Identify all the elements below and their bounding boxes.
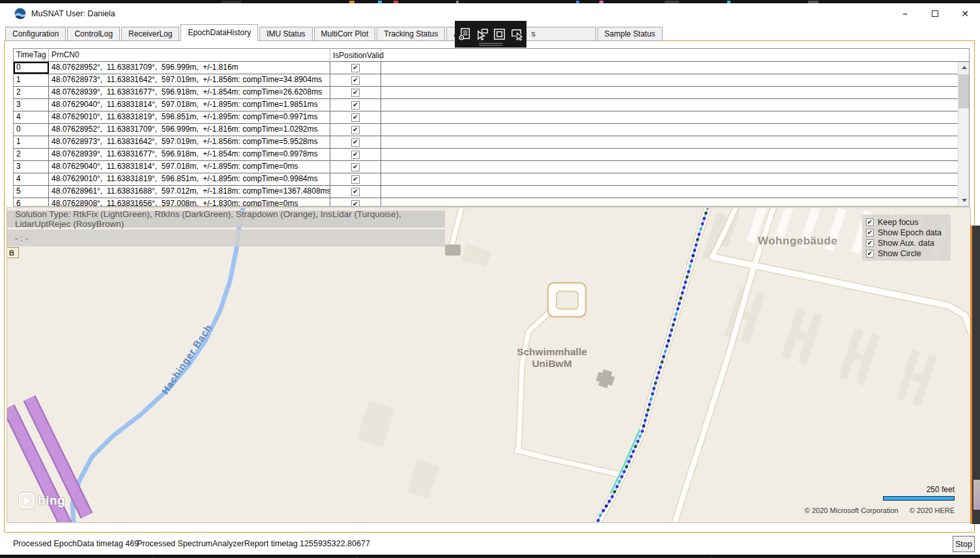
column-header-prncn0[interactable]: PrnCN0	[49, 49, 330, 61]
cell-timetag[interactable]: 1	[14, 136, 49, 148]
cell-ispositionvalid[interactable]: ✔	[330, 111, 381, 123]
cell-prncn0[interactable]: 48.07628939°, 11.63831677°, 596.918m, +/…	[49, 87, 330, 98]
epoch-track-dot	[616, 485, 619, 488]
pointer-tooltip-icon[interactable]	[475, 27, 489, 41]
checkbox-checked-icon[interactable]: ✔	[866, 218, 874, 226]
cell-prncn0[interactable]: 48.07629010°, 11.63831819°, 596.851m, +/…	[49, 111, 330, 123]
epoch-track-dot	[656, 376, 659, 379]
scroll-up-arrow-icon[interactable]	[958, 62, 970, 73]
scale-bar	[883, 496, 955, 501]
cell-ispositionvalid[interactable]: ✔	[330, 87, 381, 98]
tab-multicorr-plot[interactable]: MultiCorr Plot	[314, 27, 376, 41]
cell-ispositionvalid[interactable]: ✔	[330, 74, 381, 86]
checkbox-checked-icon[interactable]: ✔	[351, 200, 360, 207]
tab-imu-status[interactable]: IMU Status	[259, 27, 312, 41]
cell-ispositionvalid[interactable]: ✔	[330, 99, 381, 111]
checkbox-checked-icon[interactable]: ✔	[351, 113, 360, 122]
map-status-bar: - : -	[7, 229, 445, 246]
epoch-track-dot	[620, 475, 624, 478]
checkbox-checked-icon[interactable]: ✔	[866, 250, 874, 257]
tab-tracking-status[interactable]: Tracking Status	[377, 27, 445, 41]
cell-timetag[interactable]: 4	[14, 173, 49, 185]
close-button[interactable]: ✕	[950, 3, 980, 23]
scrollbar-thumb[interactable]	[958, 74, 970, 108]
tab-configuration[interactable]: Configuration	[5, 27, 66, 41]
map-option-show-aux-data[interactable]: ✔Show Aux. data	[866, 238, 947, 248]
checkbox-checked-icon[interactable]: ✔	[866, 239, 874, 247]
stop-button[interactable]: Stop	[953, 536, 975, 552]
map-svg: Wohngebäude Schwimmhalle UniBwM Hachinge…	[7, 208, 970, 522]
cell-ispositionvalid[interactable]: ✔	[330, 62, 381, 74]
cell-prncn0[interactable]: 48.07629040°, 11.63831814°, 597.018m, +/…	[49, 99, 330, 111]
cell-timetag[interactable]: 2	[14, 87, 49, 98]
cell-prncn0[interactable]: 48.07628952°, 11.63831709°, 596.999m, +/…	[49, 62, 330, 74]
minimize-button[interactable]: –	[890, 3, 920, 23]
epoch-track-dot	[684, 281, 687, 284]
cell-timetag[interactable]: 5	[14, 186, 49, 198]
cell-prncn0[interactable]: 48.07629040°, 11.63831814°, 597.018m, +/…	[49, 161, 330, 173]
cell-timetag[interactable]: 3	[14, 161, 49, 173]
table-row: 448.07629010°, 11.63831819°, 596.851m, +…	[14, 111, 969, 124]
cell-ispositionvalid[interactable]: ✔	[330, 149, 381, 160]
cell-ispositionvalid[interactable]: ✔	[330, 173, 381, 185]
epoch-track-dot	[608, 500, 611, 503]
table-scrollbar[interactable]	[958, 62, 969, 206]
cell-timetag[interactable]: 0	[14, 124, 49, 136]
checkbox-checked-icon[interactable]: ✔	[351, 175, 360, 184]
checkbox-checked-icon[interactable]: ✔	[351, 76, 360, 85]
cell-prncn0[interactable]: 48.07628908°, 11.63831656°, 597.008m, +/…	[49, 198, 330, 207]
toolbar-drag-handle[interactable]	[479, 43, 502, 46]
cell-timetag[interactable]: 3	[14, 99, 49, 111]
tab-controllog[interactable]: ControlLog	[67, 27, 120, 41]
cell-ispositionvalid[interactable]: ✔	[330, 161, 381, 173]
checkbox-checked-icon[interactable]: ✔	[866, 229, 874, 237]
scroll-down-arrow-icon[interactable]	[958, 195, 970, 206]
cell-timetag[interactable]: 0	[14, 62, 49, 74]
checkbox-checked-icon[interactable]: ✔	[351, 89, 360, 97]
checkbox-checked-icon[interactable]: ✔	[351, 126, 360, 134]
cell-ispositionvalid[interactable]: ✔	[330, 124, 381, 136]
cell-prncn0[interactable]: 48.07628961°, 11.63831688°, 597.012m, +/…	[49, 186, 330, 198]
epoch-track-dot	[642, 424, 646, 428]
cell-ispositionvalid[interactable]: ✔	[330, 186, 381, 198]
bing-logo[interactable]: bing	[19, 493, 65, 508]
epoch-track-dot	[674, 313, 678, 316]
epoch-track-dot	[667, 339, 670, 342]
checkbox-checked-icon[interactable]: ✔	[351, 101, 360, 110]
column-header-ispositionvalid[interactable]: IsPositionValid	[330, 49, 381, 61]
maximize-button[interactable]	[920, 3, 950, 23]
checkbox-checked-icon[interactable]: ✔	[351, 64, 360, 72]
cell-prncn0[interactable]: 48.07628973°, 11.63831642°, 597.019m, +/…	[49, 136, 330, 148]
checkbox-checked-icon[interactable]: ✔	[351, 163, 360, 171]
tab-receiverlog[interactable]: ReceiverLog	[121, 27, 179, 41]
cell-timetag[interactable]: 1	[14, 74, 49, 86]
frame-select-icon[interactable]	[493, 27, 506, 41]
map-option-label: Keep focus	[878, 218, 919, 227]
checkbox-checked-icon[interactable]: ✔	[351, 188, 360, 196]
map-view[interactable]: Wohngebäude Schwimmhalle UniBwM Hachinge…	[7, 207, 971, 523]
cell-timetag[interactable]: 4	[14, 111, 49, 123]
epoch-list-settings-icon[interactable]	[458, 27, 472, 41]
tab-covered-by-toolbar[interactable]: s	[525, 27, 596, 41]
cell-timetag[interactable]: 2	[14, 149, 49, 160]
map-option-show-epoch-data[interactable]: ✔Show Epoch data	[866, 228, 947, 237]
cell-ispositionvalid[interactable]: ✔	[330, 136, 381, 148]
map-option-keep-focus[interactable]: ✔Keep focus	[866, 217, 947, 227]
cell-prncn0[interactable]: 48.07628952°, 11.63831709°, 596.999m, +/…	[49, 124, 330, 136]
checkbox-checked-icon[interactable]: ✔	[351, 138, 360, 147]
tab-sample-status[interactable]: Sample Status	[598, 27, 663, 41]
table-row: 348.07629040°, 11.63831814°, 597.018m, +…	[14, 161, 969, 173]
road-shield: B	[7, 247, 19, 258]
column-header-timetag[interactable]: TimeTag	[14, 49, 49, 61]
cell-timetag[interactable]: 6	[14, 198, 49, 207]
cell-prncn0[interactable]: 48.07629010°, 11.63831819°, 596.851m, +/…	[49, 173, 330, 185]
cell-ispositionvalid[interactable]: ✔	[330, 198, 381, 207]
cell-prncn0[interactable]: 48.07628939°, 11.63831677°, 596.918m, +/…	[49, 149, 330, 160]
small-building	[445, 244, 461, 256]
pointer-region-icon[interactable]	[510, 27, 523, 41]
checkbox-checked-icon[interactable]: ✔	[351, 151, 360, 159]
epoch-track-dot	[634, 445, 637, 448]
map-option-show-circle[interactable]: ✔Show Circle	[866, 248, 947, 258]
cell-prncn0[interactable]: 48.07628973°, 11.63831642°, 597.019m, +/…	[49, 74, 330, 86]
tab-epochdatahistory[interactable]: EpochDataHistory	[180, 24, 258, 41]
